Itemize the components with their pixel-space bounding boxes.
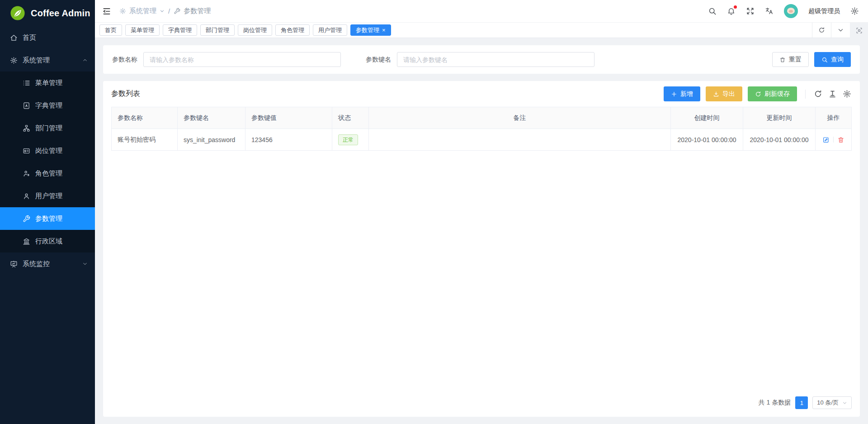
cell-remark <box>369 129 671 151</box>
cell-actions <box>816 129 852 151</box>
id-card-icon <box>23 147 30 155</box>
param-name-input[interactable] <box>143 52 341 67</box>
refresh-cache-label: 刷新缓存 <box>764 90 790 98</box>
tab-close-icon[interactable]: × <box>382 27 386 33</box>
form-item-param-name: 参数名称 <box>112 52 341 67</box>
col-header-value[interactable]: 参数键值 <box>245 107 332 129</box>
col-header-key[interactable]: 参数键名 <box>178 107 245 129</box>
chevron-down-icon <box>160 9 165 14</box>
wrench-icon <box>174 8 180 14</box>
sidebar-menu: 首页 系统管理 菜单管理 字典管理 <box>0 26 95 424</box>
download-icon <box>713 91 719 97</box>
sidebar-item-dept-mgmt[interactable]: 部门管理 <box>0 117 95 139</box>
col-header-updated[interactable]: 更新时间 <box>743 107 816 129</box>
search-icon[interactable] <box>708 7 717 15</box>
dictionary-icon <box>23 102 30 110</box>
tab-more-chevron-icon[interactable] <box>831 23 850 38</box>
table-row[interactable]: 账号初始密码 sys_init_password 123456 正常 2020-… <box>112 129 852 151</box>
tab-home[interactable]: 首页 <box>99 24 122 36</box>
breadcrumb: 系统管理 / 参数管理 <box>119 7 211 15</box>
tab-dict-mgmt[interactable]: 字典管理 <box>163 24 197 36</box>
gear-icon <box>119 8 126 14</box>
sidebar-item-post-mgmt[interactable]: 岗位管理 <box>0 139 95 162</box>
sidebar-collapse-icon[interactable] <box>102 7 111 16</box>
col-header-status[interactable]: 状态 <box>332 107 369 129</box>
app-logo[interactable]: Coffee Admin <box>0 0 95 26</box>
leaf-logo-icon <box>10 5 25 21</box>
sidebar-item-label: 系统管理 <box>23 56 50 65</box>
search-icon <box>821 57 828 63</box>
tab-label: 菜单管理 <box>131 26 154 34</box>
fullscreen-icon[interactable] <box>746 7 755 15</box>
edit-icon[interactable] <box>822 136 830 143</box>
role-users-icon <box>23 170 30 177</box>
query-button[interactable]: 查询 <box>814 52 851 67</box>
chevron-down-icon <box>82 261 88 267</box>
table-refresh-icon[interactable] <box>814 90 823 99</box>
chevron-down-icon <box>842 400 847 405</box>
sidebar-item-home[interactable]: 首页 <box>0 26 95 49</box>
sidebar-item-menu-mgmt[interactable]: 菜单管理 <box>0 71 95 94</box>
card-tools: 新增 导出 刷新缓存 <box>664 86 852 101</box>
pagination: 共 1 条数据 1 10 条/页 <box>111 391 852 417</box>
sidebar-item-label: 参数管理 <box>35 214 62 223</box>
export-button[interactable]: 导出 <box>706 86 742 101</box>
sidebar-item-label: 用户管理 <box>35 192 62 200</box>
param-key-input[interactable] <box>397 52 594 67</box>
main-area: 系统管理 / 参数管理 <box>95 0 868 424</box>
col-header-created[interactable]: 创建时间 <box>671 107 743 129</box>
tab-user-mgmt[interactable]: 用户管理 <box>313 24 347 36</box>
refresh-cache-button[interactable]: 刷新缓存 <box>748 86 797 101</box>
card-header: 参数列表 新增 导出 刷新缓存 <box>111 81 852 107</box>
tab-menu-mgmt[interactable]: 菜单管理 <box>125 24 160 36</box>
tab-dept-mgmt[interactable]: 部门管理 <box>200 24 235 36</box>
delete-icon[interactable] <box>837 136 844 143</box>
notification-bell-icon[interactable] <box>727 7 736 15</box>
sidebar-item-user-mgmt[interactable]: 用户管理 <box>0 185 95 207</box>
chevron-up-icon <box>82 57 88 63</box>
settings-gear-icon[interactable] <box>850 7 859 15</box>
sidebar-item-label: 行政区域 <box>35 237 62 246</box>
username[interactable]: 超级管理员 <box>808 7 840 15</box>
col-header-name[interactable]: 参数名称 <box>112 107 178 129</box>
home-icon <box>10 34 18 42</box>
table-settings-gear-icon[interactable] <box>843 90 852 99</box>
cell-name: 账号初始密码 <box>112 129 178 151</box>
page-size-select[interactable]: 10 条/页 <box>812 396 852 409</box>
sidebar-item-region[interactable]: 行政区域 <box>0 230 95 252</box>
org-chart-icon <box>23 124 30 132</box>
sidebar-item-label: 系统监控 <box>23 260 50 268</box>
add-label: 新增 <box>680 90 693 98</box>
tab-label: 字典管理 <box>168 26 192 34</box>
page-size-value: 10 条/页 <box>817 399 839 407</box>
tab-param-mgmt[interactable]: 参数管理 × <box>350 24 391 36</box>
wrench-icon <box>23 215 30 223</box>
content-fullscreen-icon[interactable] <box>850 23 868 38</box>
page-number-button[interactable]: 1 <box>795 396 808 409</box>
col-header-remark[interactable]: 备注 <box>369 107 671 129</box>
trash-icon <box>779 57 786 63</box>
tab-refresh-icon[interactable] <box>812 23 831 38</box>
user-avatar[interactable] <box>784 4 798 18</box>
tab-label: 用户管理 <box>318 26 342 34</box>
table-size-icon[interactable] <box>828 90 837 99</box>
sidebar-item-monitor[interactable]: 系统监控 <box>0 252 95 275</box>
sidebar-item-role-mgmt[interactable]: 角色管理 <box>0 162 95 185</box>
sidebar-item-label: 部门管理 <box>35 124 62 133</box>
add-button[interactable]: 新增 <box>664 86 700 101</box>
sidebar: Coffee Admin 首页 系统管理 菜单管理 <box>0 0 95 424</box>
sidebar-item-param-mgmt[interactable]: 参数管理 <box>0 207 95 230</box>
topbar-actions: 超级管理员 <box>708 4 859 18</box>
tab-role-mgmt[interactable]: 角色管理 <box>275 24 310 36</box>
breadcrumb-section-label: 系统管理 <box>129 7 156 15</box>
translate-icon[interactable] <box>765 7 774 15</box>
tab-label: 首页 <box>105 26 117 34</box>
sidebar-item-system[interactable]: 系统管理 <box>0 49 95 71</box>
plus-icon <box>671 91 677 97</box>
tab-post-mgmt[interactable]: 岗位管理 <box>238 24 272 36</box>
breadcrumb-section[interactable]: 系统管理 <box>119 7 165 15</box>
reset-button[interactable]: 重置 <box>772 52 809 67</box>
system-submenu: 菜单管理 字典管理 部门管理 岗位管理 <box>0 71 95 252</box>
cell-status: 正常 <box>332 129 369 151</box>
sidebar-item-dict-mgmt[interactable]: 字典管理 <box>0 94 95 117</box>
